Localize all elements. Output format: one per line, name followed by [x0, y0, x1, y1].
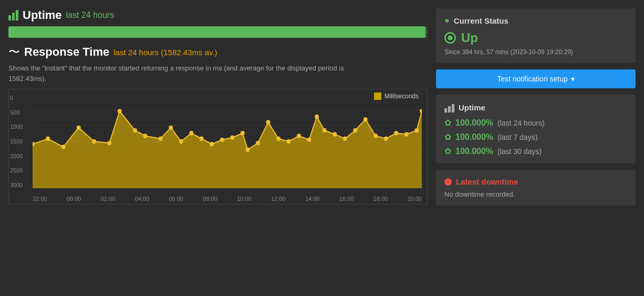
svg-point-25 [241, 131, 245, 135]
legend-color-box [374, 93, 381, 100]
uptime-percent-30d: 100.000% [455, 147, 493, 156]
svg-point-27 [256, 141, 260, 145]
svg-point-18 [169, 126, 173, 130]
current-status-header: ● Current Status [444, 16, 627, 25]
latest-downtime-card: Latest downtime No downtime recorded. [436, 170, 636, 206]
svg-point-24 [230, 135, 234, 139]
legend-label: Milliseconds [385, 93, 419, 100]
svg-point-43 [414, 128, 419, 132]
uptime-row-7d: ✿ 100.000% (last 7 days) [444, 132, 627, 142]
response-description: Shows the "instant" that the monitor sta… [8, 63, 428, 84]
svg-point-38 [363, 117, 368, 121]
response-chart-svg [33, 95, 422, 188]
svg-point-20 [189, 131, 193, 135]
svg-point-19 [179, 139, 183, 144]
svg-point-39 [373, 134, 378, 138]
svg-point-11 [77, 126, 81, 130]
status-up-text: Up [461, 30, 478, 45]
green-star-30d: ✿ [444, 146, 451, 156]
svg-point-26 [246, 148, 250, 152]
svg-point-34 [323, 128, 327, 132]
uptime-header: Uptime last 24 hours [8, 8, 428, 22]
svg-point-16 [143, 134, 148, 138]
uptime-period-30d: (last 30 days) [497, 147, 542, 156]
uptime-percent-7d: 100.000% [455, 132, 493, 142]
svg-point-36 [343, 137, 347, 141]
chart-x-labels: 22:00 00:00 02:00 04:00 06:00 08:00 10:0… [33, 196, 422, 202]
uptime-subtitle: last 24 hours [66, 11, 115, 20]
test-notification-button[interactable]: Test notification setup ▾ [436, 69, 636, 88]
downtime-dot [444, 178, 452, 186]
svg-point-40 [384, 137, 388, 141]
uptime-rows: ✿ 100.000% (last 24 hours) ✿ 100.000% (l… [444, 118, 627, 156]
current-status-card: ● Current Status Up Since 384 hrs, 57 mi… [436, 8, 636, 63]
svg-point-44 [420, 109, 422, 113]
svg-point-14 [118, 109, 122, 113]
uptime-side-title: Uptime [459, 103, 485, 112]
svg-point-12 [92, 139, 96, 144]
uptime-section: Uptime last 24 hours [8, 8, 428, 38]
svg-point-13 [107, 141, 111, 145]
svg-point-35 [333, 132, 337, 136]
svg-point-22 [210, 142, 214, 146]
status-header-icon: ● [444, 16, 450, 25]
test-notification-dropdown-icon: ▾ [571, 75, 575, 83]
status-since: Since 384 hrs, 57 mins (2023-10-09 19:20… [444, 48, 627, 56]
uptime-period-24h: (last 24 hours) [497, 119, 544, 127]
bar-chart-icon [8, 10, 18, 21]
green-star-24h: ✿ [444, 118, 451, 128]
wave-icon: 〜 [8, 44, 20, 60]
response-title: Response Time [24, 45, 109, 59]
current-status-title: Current Status [454, 16, 508, 25]
uptime-row-30d: ✿ 100.000% (last 30 days) [444, 146, 627, 156]
svg-marker-7 [33, 111, 422, 188]
svg-point-10 [61, 145, 66, 149]
svg-point-15 [133, 128, 137, 132]
svg-point-32 [307, 138, 311, 142]
svg-point-30 [287, 139, 291, 144]
svg-point-33 [315, 115, 319, 119]
uptime-side-header: Uptime [444, 102, 627, 113]
svg-point-17 [159, 137, 163, 141]
uptime-percent-24h: 100.000% [455, 118, 493, 128]
response-section: 〜 Response Time last 24 hours (1582.43ms… [8, 44, 428, 205]
main-panel: Uptime last 24 hours 〜 Response Time las… [8, 8, 428, 288]
uptime-bar-chart-icon [444, 102, 454, 113]
svg-point-21 [200, 137, 204, 141]
downtime-header: Latest downtime [444, 177, 627, 186]
status-dot [444, 32, 456, 44]
chart-legend: Milliseconds [374, 93, 419, 100]
downtime-title: Latest downtime [456, 177, 518, 186]
svg-point-28 [266, 120, 271, 124]
green-star-7d: ✿ [444, 132, 451, 142]
chart-container: Milliseconds 3000 2500 2000 1500 1000 50… [8, 89, 428, 205]
uptime-period-7d: (last 7 days) [497, 133, 537, 141]
svg-point-37 [353, 128, 357, 132]
svg-point-41 [394, 131, 398, 135]
test-notification-label: Test notification setup [497, 75, 568, 83]
uptime-bar-fill [8, 26, 425, 38]
svg-point-9 [46, 137, 50, 141]
status-dot-inner [448, 35, 453, 40]
side-panel: ● Current Status Up Since 384 hrs, 57 mi… [436, 8, 636, 288]
status-up-row: Up [444, 30, 627, 45]
uptime-bar-container [8, 26, 428, 38]
response-header: 〜 Response Time last 24 hours (1582.43ms… [8, 44, 428, 60]
response-subtitle: last 24 hours (1582.43ms av.) [113, 48, 217, 57]
uptime-side-card: Uptime ✿ 100.000% (last 24 hours) ✿ 100.… [436, 95, 636, 164]
uptime-title: Uptime [23, 8, 62, 22]
svg-point-31 [297, 134, 301, 138]
downtime-text: No downtime recorded. [444, 190, 627, 198]
chart-y-labels: 3000 2500 2000 1500 1000 500 0 [10, 95, 23, 188]
svg-point-23 [220, 138, 224, 142]
uptime-row-24h: ✿ 100.000% (last 24 hours) [444, 118, 627, 128]
svg-point-29 [276, 137, 281, 141]
svg-point-42 [404, 132, 409, 136]
